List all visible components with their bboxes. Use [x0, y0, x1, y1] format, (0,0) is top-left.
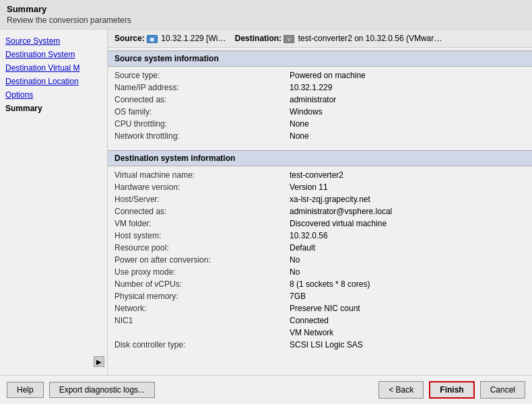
vm-name-value: test-converter2 [290, 170, 525, 180]
table-row: Physical memory: 7GB [108, 290, 532, 302]
network-throttling-value: None [290, 131, 525, 141]
info-scroll-container[interactable]: Source system information Source type: P… [108, 48, 532, 375]
table-row: Connected as: administrator@vsphere.loca… [108, 205, 532, 217]
sidebar-item-destination-system[interactable]: Destination System [3, 48, 104, 61]
resource-pool-label: Resource pool: [114, 243, 290, 252]
export-logs-button[interactable]: Export diagnostic logs... [49, 382, 155, 398]
sidebar-scroll-arrow[interactable]: ▶ [94, 356, 104, 367]
table-row: Use proxy mode: No [108, 266, 532, 278]
connected-as-dst-value: administrator@vsphere.local [290, 207, 525, 216]
sidebar: Source System Destination System Destina… [0, 30, 108, 375]
memory-label: Physical memory: [114, 292, 290, 301]
table-row: Disk controller type: SCSI LSI Logic SAS [108, 339, 532, 351]
table-row: Network throttling: None [108, 130, 532, 142]
sidebar-item-summary: Summary [3, 102, 104, 114]
table-row: Virtual machine name: test-converter2 [108, 169, 532, 181]
table-row: Power on after conversion: No [108, 254, 532, 266]
destination-label: Destination: [235, 34, 284, 43]
destination-info-header: Destination system information [108, 150, 532, 166]
sidebar-item-source-system[interactable]: Source System [3, 35, 104, 47]
network-value: Preserve NIC count [290, 304, 525, 313]
nic1-network-value: VM Network [290, 328, 525, 337]
cpu-throttling-label: CPU throttling: [114, 119, 290, 129]
connected-as-dst-label: Connected as: [114, 207, 290, 216]
title-bar: Summary Review the conversion parameters [0, 0, 532, 30]
proxy-mode-value: No [290, 267, 525, 277]
main-window: Summary Review the conversion parameters… [0, 0, 532, 404]
table-row: Host system: 10.32.0.56 [108, 230, 532, 242]
hw-version-label: Hardware version: [114, 182, 290, 192]
network-label: Network: [114, 304, 290, 313]
host-server-value: xa-lsr-zqj.grapecity.net [290, 195, 525, 204]
sidebar-item-options[interactable]: Options [3, 89, 104, 101]
source-type-label: Source type: [114, 71, 290, 80]
footer: Help Export diagnostic logs... < Back Fi… [0, 375, 532, 404]
page-subtitle: Review the conversion parameters [7, 15, 525, 25]
vcpu-value: 8 (1 sockets * 8 cores) [290, 279, 525, 289]
info-panel: Source system information Source type: P… [108, 48, 532, 356]
source-icon: ▣ [147, 35, 158, 43]
vcpu-label: Number of vCPUs: [114, 279, 290, 289]
help-button[interactable]: Help [7, 382, 44, 398]
destination-value: test-converter2 on 10.32.0.56 (VMwar… [298, 34, 442, 43]
os-family-label: OS family: [114, 107, 290, 116]
vm-folder-value: Discovered virtual machine [290, 219, 525, 228]
table-row: CPU throttling: None [108, 118, 532, 130]
table-row: Network: Preserve NIC count [108, 302, 532, 314]
disk-controller-value: SCSI LSI Logic SAS [290, 340, 525, 349]
vm-name-label: Virtual machine name: [114, 170, 290, 180]
nic1-label: NIC1 [114, 316, 290, 325]
finish-button[interactable]: Finish [429, 381, 474, 399]
power-on-value: No [290, 255, 525, 265]
os-family-value: Windows [290, 107, 525, 116]
main-panel: Source: ▣ 10.32.1.229 [Wi… Destination: … [108, 30, 532, 375]
source-destination-bar: Source: ▣ 10.32.1.229 [Wi… Destination: … [108, 30, 532, 48]
destination-icon: V [284, 35, 294, 43]
name-ip-label: Name/IP address: [114, 83, 290, 92]
table-row: Connected as: administrator [108, 94, 532, 106]
connected-as-src-value: administrator [290, 95, 525, 104]
cancel-button[interactable]: Cancel [480, 381, 525, 399]
destination-info-body: Virtual machine name: test-converter2 Ha… [108, 166, 532, 354]
back-button[interactable]: < Back [378, 381, 424, 399]
proxy-mode-label: Use proxy mode: [114, 267, 290, 277]
footer-right: < Back Finish Cancel [378, 381, 525, 399]
host-server-label: Host/Server: [114, 195, 290, 204]
power-on-label: Power on after conversion: [114, 255, 290, 265]
content-area: Source System Destination System Destina… [0, 30, 532, 375]
source-info-body: Source type: Powered on machine Name/IP … [108, 67, 532, 145]
vm-folder-label: VM folder: [114, 219, 290, 228]
table-row: VM folder: Discovered virtual machine [108, 217, 532, 230]
table-row: OS family: Windows [108, 106, 532, 118]
disk-controller-label: Disk controller type: [114, 340, 290, 349]
resource-pool-value: Default [290, 243, 525, 252]
hw-version-value: Version 11 [290, 182, 525, 192]
sidebar-item-destination-location[interactable]: Destination Location [3, 75, 104, 88]
table-row: NIC1 Connected [108, 314, 532, 327]
source-label: Source: [114, 34, 147, 43]
table-row: Name/IP address: 10.32.1.229 [108, 81, 532, 94]
connected-as-src-label: Connected as: [114, 95, 290, 104]
sidebar-item-destination-virtual-m[interactable]: Destination Virtual M [3, 62, 104, 74]
host-system-value: 10.32.0.56 [290, 231, 525, 240]
table-row: Hardware version: Version 11 [108, 181, 532, 193]
host-system-label: Host system: [114, 231, 290, 240]
table-row: Source type: Powered on machine [108, 69, 532, 81]
footer-left: Help Export diagnostic logs... [7, 382, 373, 398]
table-row: Resource pool: Default [108, 242, 532, 254]
table-row: VM Network [108, 327, 532, 339]
source-type-value: Powered on machine [290, 71, 525, 80]
memory-value: 7GB [290, 292, 525, 301]
cpu-throttling-value: None [290, 119, 525, 129]
source-info-header: Source system information [108, 50, 532, 67]
name-ip-value: 10.32.1.229 [290, 83, 525, 92]
nic1-network-label [114, 328, 290, 337]
table-row: Host/Server: xa-lsr-zqj.grapecity.net [108, 193, 532, 205]
nic1-value: Connected [290, 316, 525, 325]
source-value: 10.32.1.229 [Wi… [161, 34, 226, 43]
table-row: Number of vCPUs: 8 (1 sockets * 8 cores) [108, 278, 532, 290]
network-throttling-label: Network throttling: [114, 131, 290, 141]
page-title: Summary [7, 4, 525, 14]
